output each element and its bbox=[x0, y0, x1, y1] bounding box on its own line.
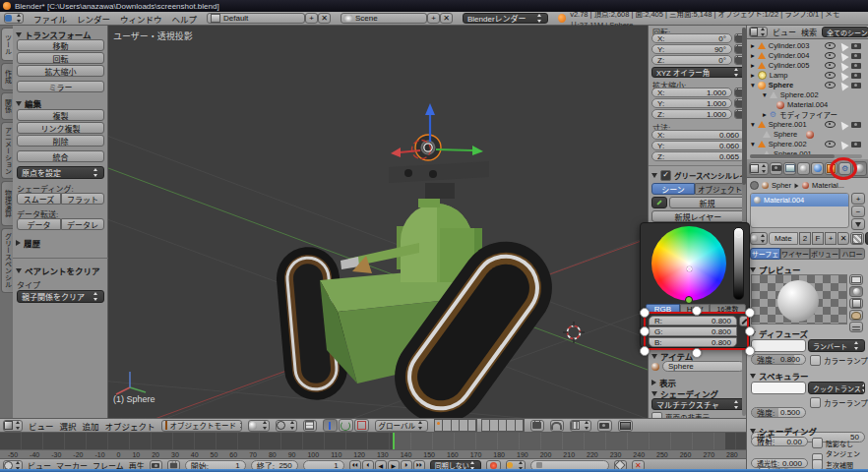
color-wheel-cursor[interactable] bbox=[687, 266, 692, 271]
outliner-row[interactable]: ▾Sphere.002 bbox=[763, 90, 865, 100]
panel-header-edit[interactable]: 編集 bbox=[16, 97, 41, 109]
select-menu[interactable]: 選択 bbox=[60, 420, 77, 432]
visibility-icon[interactable] bbox=[825, 72, 836, 79]
expand-icon[interactable]: ▸ bbox=[751, 41, 755, 50]
material-type-wire[interactable]: ワイヤー bbox=[780, 248, 810, 260]
visibility-icon[interactable] bbox=[825, 82, 836, 88]
outliner-menu-search[interactable]: 検索 bbox=[801, 27, 817, 37]
gpencil-new-button[interactable]: 新規 bbox=[669, 197, 745, 208]
item-name-field[interactable]: Sphere bbox=[662, 361, 745, 372]
manipulator-translate-button[interactable] bbox=[323, 419, 338, 432]
manipulator-rotate-button[interactable] bbox=[339, 419, 353, 432]
render-opengl-button[interactable] bbox=[597, 420, 612, 432]
viewport-editor-button[interactable] bbox=[3, 420, 23, 432]
slot-add-button[interactable]: + bbox=[851, 193, 865, 205]
diffuse-ramp-checkbox[interactable] bbox=[810, 355, 821, 366]
delete-button[interactable]: 削除 bbox=[17, 135, 104, 147]
shading-dropdown[interactable] bbox=[248, 420, 270, 432]
material-unlink-button[interactable]: ✕ bbox=[837, 232, 849, 245]
value-slider-knob[interactable] bbox=[735, 231, 742, 238]
renderability-icon[interactable] bbox=[851, 142, 861, 148]
material-type-surface[interactable]: サーフェ bbox=[750, 248, 780, 260]
duplicate-button[interactable]: 複製 bbox=[17, 109, 104, 121]
material-name-field[interactable]: Mate bbox=[769, 232, 798, 245]
selectability-icon[interactable] bbox=[837, 139, 848, 149]
snap-toggle-button[interactable] bbox=[550, 420, 564, 432]
diffuse-shader-dropdown[interactable]: ランバート bbox=[808, 339, 865, 352]
shelf-tab-animation[interactable]: アニメーション bbox=[1, 122, 13, 179]
shade-flat-button[interactable]: フラット bbox=[61, 193, 104, 205]
visibility-icon[interactable] bbox=[825, 62, 836, 69]
outliner-row[interactable]: ▸Lamp bbox=[751, 71, 865, 81]
expand-icon[interactable]: ▸ bbox=[751, 61, 755, 70]
mode-dropdown[interactable]: オブジェクトモード bbox=[161, 420, 242, 432]
layout-add-button[interactable]: + bbox=[305, 13, 318, 24]
timeline-band[interactable] bbox=[0, 433, 746, 449]
outliner-editor-button[interactable] bbox=[749, 27, 768, 37]
outliner-row[interactable]: ▾Sphere bbox=[751, 81, 865, 90]
outliner-row[interactable]: ▸Cylinder.003 bbox=[751, 41, 865, 51]
clear-parent-type-dropdown[interactable]: 親子関係をクリア bbox=[17, 290, 104, 303]
set-origin-dropdown[interactable]: 原点を設定 bbox=[17, 166, 104, 179]
object-menu[interactable]: オブジェクト bbox=[105, 420, 155, 432]
layers-grid-left[interactable] bbox=[434, 419, 477, 432]
layout-selector[interactable]: Default bbox=[207, 13, 305, 24]
visibility-icon[interactable] bbox=[825, 42, 836, 49]
shelf-tab-relations[interactable]: 関係 bbox=[1, 92, 13, 120]
renderability-icon[interactable] bbox=[851, 53, 861, 59]
diffuse-intensity-slider[interactable]: 強度:0.800 bbox=[751, 354, 806, 365]
rotate-button[interactable]: 回転 bbox=[17, 52, 104, 64]
outliner-row[interactable]: ▾Sphere.001 bbox=[751, 120, 865, 130]
data-transfer-button[interactable]: データ bbox=[17, 218, 61, 230]
specular-shader-dropdown[interactable]: クックトランス bbox=[808, 382, 865, 394]
scale-button[interactable]: 拡大縮小 bbox=[17, 65, 104, 77]
gpencil-checkbox[interactable]: ✓ bbox=[660, 170, 671, 181]
snap-element-dropdown[interactable] bbox=[570, 420, 591, 432]
pivot-align-toggle[interactable] bbox=[303, 420, 317, 432]
shelf-tab-grease-pencil[interactable]: グリースペンシル bbox=[1, 228, 13, 293]
mirror-button[interactable]: ミラー bbox=[17, 81, 104, 92]
scale-y-field[interactable]: Y:1.000 bbox=[651, 98, 732, 108]
renderability-icon[interactable] bbox=[851, 43, 861, 49]
lock-to-scene-button[interactable] bbox=[530, 420, 544, 432]
gpencil-new-layer-button[interactable]: 新規レイヤー bbox=[651, 210, 745, 222]
preview-hair-button[interactable] bbox=[849, 322, 863, 332]
material-browse-button[interactable] bbox=[750, 232, 768, 245]
material-fake-user-button[interactable]: F bbox=[812, 232, 824, 245]
outliner-row[interactable]: ▸Cylinder.005 bbox=[751, 61, 865, 71]
specular-ramp-checkbox[interactable] bbox=[810, 397, 821, 408]
material-type-halo[interactable]: ハロー bbox=[839, 248, 865, 260]
outliner-scope-dropdown[interactable]: 全てのシーン bbox=[822, 27, 868, 37]
visibility-icon[interactable] bbox=[825, 52, 836, 59]
layout-close-button[interactable]: ✕ bbox=[318, 13, 331, 24]
panel-header-clear-parent[interactable]: ペアレントをクリア bbox=[16, 265, 100, 276]
scale-x-field[interactable]: X:1.000 bbox=[651, 88, 732, 97]
scene-selector[interactable]: Scene bbox=[341, 13, 427, 24]
editor-type-button[interactable] bbox=[4, 13, 24, 24]
specular-color-swatch[interactable] bbox=[751, 382, 806, 394]
outliner-row[interactable]: ▸Cylinder.004 bbox=[751, 51, 865, 61]
panel-header-gpencil[interactable]: ✓グリースペンシルレイ bbox=[651, 170, 747, 181]
breadcrumb-material[interactable]: Material... bbox=[812, 181, 844, 190]
join-button[interactable]: 統合 bbox=[17, 150, 104, 162]
preview-monkey-button[interactable] bbox=[849, 310, 863, 321]
panel-header-diffuse[interactable]: ディフューズ bbox=[750, 327, 808, 339]
rotation-y-field[interactable]: Y:90° bbox=[651, 44, 732, 54]
manipulator-scale-button[interactable] bbox=[354, 419, 369, 432]
outliner-row[interactable]: ▸⚙モディファイアー bbox=[763, 110, 865, 120]
specular-intensity-slider[interactable]: 強度:0.500 bbox=[751, 407, 806, 418]
render-engine-selector[interactable]: Blenderレンダー bbox=[463, 13, 548, 24]
render-opengl-anim-button[interactable] bbox=[618, 420, 633, 432]
layers-grid-right[interactable] bbox=[481, 419, 525, 432]
collapse-icon[interactable]: ▾ bbox=[751, 140, 755, 148]
data-layout-button[interactable]: データレ bbox=[61, 218, 104, 230]
menu-render[interactable]: レンダー bbox=[77, 13, 110, 25]
timeline-ruler[interactable]: -50-40-30-20-100102030405060708090100110… bbox=[0, 449, 746, 459]
collapse-icon[interactable]: ▾ bbox=[751, 120, 755, 129]
tab-scene-icon[interactable] bbox=[797, 162, 810, 175]
slot-remove-button[interactable]: − bbox=[851, 206, 865, 217]
menu-file[interactable]: ファイル bbox=[33, 13, 67, 25]
outliner-menu-view[interactable]: ビュー bbox=[773, 27, 796, 37]
renderability-icon[interactable] bbox=[851, 63, 861, 69]
dim-y-field[interactable]: Y:0.060 bbox=[651, 141, 745, 150]
